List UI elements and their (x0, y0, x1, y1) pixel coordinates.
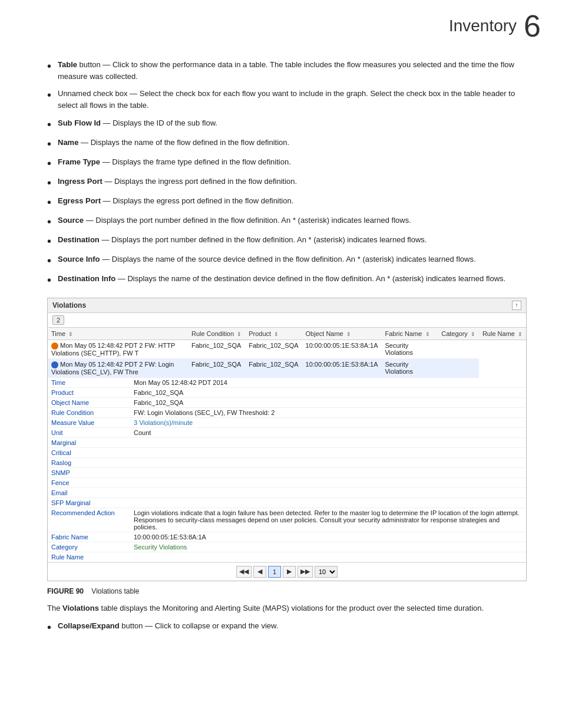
table-column-header[interactable]: Time ⇕ (48, 327, 188, 340)
cell-product: Fabric_102_SQA (188, 358, 245, 377)
detail-row: SFP Marginal (48, 498, 526, 508)
row-status-icon (51, 342, 58, 350)
bullet-text: Name — Displays the name of the flow def… (58, 137, 527, 149)
detail-row: CategorySecurity Violations (48, 542, 526, 552)
detail-label: SFP Marginal (48, 498, 130, 508)
detail-value: 10:00:00:05:1E:53:8A:1A (130, 532, 526, 542)
pagination-bar: ◀◀◀1▶▶▶102550 (48, 562, 526, 581)
cell-time: Mon May 05 12:48:42 PDT 2 FW: HTTP Viola… (48, 340, 188, 358)
detail-row: TimeMon May 05 12:48:42 PDT 2014 (48, 378, 526, 388)
sort-icon: ⇕ (425, 331, 430, 337)
cell-object_name: Fabric_102_SQA (245, 358, 302, 377)
table-column-header[interactable]: Object Name ⇕ (302, 327, 382, 340)
detail-row: Fabric Name10:00:00:05:1E:53:8A:1A (48, 532, 526, 542)
list-item: •Destination Info — Displays the name of… (47, 273, 527, 287)
body-paragraph: The Violations table displays the Monito… (47, 602, 527, 614)
cell-category: Security Violations (381, 340, 438, 358)
list-item: •Source — Displays the port number defin… (47, 215, 527, 229)
detail-row: Recommended ActionLogin violations indic… (48, 508, 526, 532)
expand-icon[interactable]: ↑ (512, 301, 521, 310)
sort-icon: ⇕ (68, 331, 73, 337)
table-row[interactable]: Mon May 05 12:48:42 PDT 2 FW: HTTP Viola… (48, 340, 526, 358)
table-column-header[interactable]: Product ⇕ (245, 327, 302, 340)
per-page-select[interactable]: 102550 (315, 566, 338, 578)
page-title: Inventory (449, 17, 517, 35)
detail-row: Critical (48, 447, 526, 457)
detail-label: SNMP (48, 467, 130, 477)
list-item: •Name — Displays the name of the flow de… (47, 137, 527, 151)
cell-fabric_name: 10:00:00:05:1E:53:8A:1A (302, 358, 382, 377)
bullet-dot: • (47, 176, 58, 190)
list-item: •Egress Port — Displays the egress port … (47, 195, 527, 209)
detail-value (130, 447, 526, 457)
bullet-dot: • (47, 59, 58, 73)
detail-row: Marginal (48, 437, 526, 447)
figure-caption: FIGURE 90 Violations table (47, 587, 527, 595)
after-bullet-list: •Collapse/Expand button — Click to colla… (47, 620, 527, 634)
sort-icon: ⇕ (274, 331, 279, 337)
bullet-dot: • (47, 234, 58, 248)
bullet-dot: • (47, 215, 58, 229)
list-item: •Source Info — Displays the name of the … (47, 253, 527, 268)
table-column-header[interactable]: Category ⇕ (438, 327, 479, 340)
list-item: •Table button — Click to show the perfor… (47, 59, 527, 83)
detail-label: Fabric Name (48, 532, 130, 542)
detail-label: Category (48, 542, 130, 552)
detail-value: Fabric_102_SQA (130, 397, 526, 407)
detail-row: Rule Name (48, 552, 526, 562)
detail-value: Security Violations (130, 542, 526, 552)
detail-row: ProductFabric_102_SQA (48, 387, 526, 397)
detail-row: Fence (48, 477, 526, 487)
detail-row: SNMP (48, 467, 526, 477)
table-column-header[interactable]: Fabric Name ⇕ (381, 327, 438, 340)
detail-label: Marginal (48, 437, 130, 447)
bullet-text: Source Info — Displays the name of the s… (58, 253, 527, 265)
cell-rule_name (438, 340, 479, 358)
bullet-text: Destination — Displays the port number d… (58, 234, 527, 246)
sort-icon: ⇕ (346, 331, 351, 337)
cell-product: Fabric_102_SQA (188, 340, 245, 358)
page-prev-button[interactable]: ◀ (253, 566, 266, 578)
bullet-dot: • (47, 88, 58, 102)
bullet-text: Destination Info — Displays the name of … (58, 273, 527, 285)
detail-value: Count (130, 427, 526, 437)
detail-row: Raslog (48, 457, 526, 467)
list-item: •Frame Type — Displays the frame type de… (47, 156, 527, 170)
detail-label: Product (48, 387, 130, 397)
detail-label: Unit (48, 427, 130, 437)
sort-icon: ⇕ (518, 331, 523, 337)
table-column-header[interactable]: Rule Condition ⇕ (188, 327, 245, 340)
table-column-header[interactable]: Rule Name ⇕ (479, 327, 526, 340)
detail-value (130, 477, 526, 487)
detail-label: Time (48, 378, 130, 388)
detail-label: Object Name (48, 397, 130, 407)
page-header: Inventory 6 (0, 0, 562, 47)
cell-fabric_name: 10:00:00:05:1E:53:8A:1A (302, 340, 382, 358)
detail-label: Rule Condition (48, 407, 130, 417)
detail-row: Email (48, 487, 526, 498)
detail-value: 3 Violation(s)/minute (130, 417, 526, 427)
detail-value (130, 552, 526, 562)
cell-category: Security Violations (381, 358, 438, 377)
page-last-button[interactable]: ▶▶ (297, 566, 313, 578)
bullet-dot: • (47, 156, 58, 170)
page-first-button[interactable]: ◀◀ (236, 566, 252, 578)
violations-panel-title: Violations (52, 301, 86, 309)
detail-label: Rule Name (48, 552, 130, 562)
detail-label: Raslog (48, 457, 130, 467)
bullet-list: •Table button — Click to show the perfor… (47, 59, 527, 287)
violations-table: Time ⇕Rule Condition ⇕Product ⇕Object Na… (48, 327, 526, 378)
detail-row: Object NameFabric_102_SQA (48, 397, 526, 407)
row-status-icon (51, 361, 58, 368)
page-current[interactable]: 1 (268, 566, 281, 578)
figure-number: FIGURE 90 (47, 587, 84, 595)
cell-object_name: Fabric_102_SQA (245, 340, 302, 358)
detail-value: Mon May 05 12:48:42 PDT 2014 (130, 378, 526, 388)
table-row[interactable]: Mon May 05 12:48:42 PDT 2 FW: Login Viol… (48, 358, 526, 377)
detail-label: Email (48, 487, 130, 498)
bullet-text: Unnamed check box — Select the check box… (58, 88, 527, 111)
bullet-dot: • (47, 273, 58, 287)
cell-rule_name (438, 358, 479, 377)
page-next-button[interactable]: ▶ (283, 566, 296, 578)
detail-table: TimeMon May 05 12:48:42 PDT 2014ProductF… (48, 378, 526, 562)
